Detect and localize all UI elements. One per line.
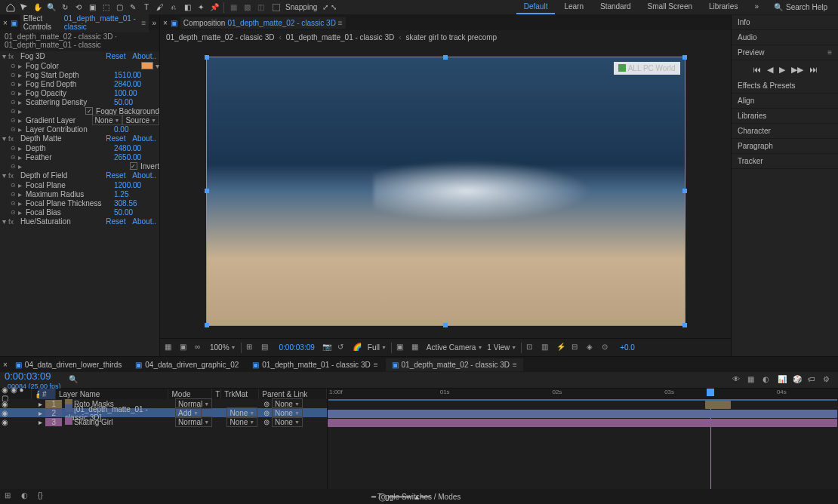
effect-property[interactable]: ⊙▸Scattering Density50.00 [0, 97, 159, 106]
fast-preview-icon[interactable]: ⚡ [556, 343, 567, 353]
close-icon[interactable]: × [3, 19, 8, 27]
col-layer-name[interactable]: Layer Name [56, 389, 169, 399]
snapshot-icon[interactable]: 📷 [322, 343, 333, 353]
handle-tr[interactable] [682, 55, 687, 60]
tl-tab-active[interactable]: ▣01_depth_matte_02 - classic 3D≡ [386, 358, 523, 371]
resolution-dropdown[interactable]: Full▼ [368, 343, 387, 352]
effect-header[interactable]: ▾fxDepth MatteResetAbout.. [0, 134, 159, 143]
effect-property[interactable]: ⊙▸Fog End Depth2840.00 [0, 79, 159, 88]
render-icon[interactable]: ⚙ [823, 375, 833, 386]
ws-more[interactable]: » [747, 0, 766, 14]
view-dropdown[interactable]: 1 View▼ [487, 343, 516, 352]
layer-bar[interactable] [705, 401, 731, 409]
flowchart-icon[interactable]: ◈ [587, 343, 597, 353]
snapping-checkbox[interactable] [273, 4, 280, 11]
shy-icon[interactable]: 👁 [732, 375, 743, 386]
rp-preview[interactable]: Preview≡ [732, 45, 838, 60]
effect-property[interactable]: ⊙▸Focal Plane Thickness308.56 [0, 198, 159, 207]
shape-tool-icon[interactable]: ▢ [113, 2, 125, 14]
first-frame-icon[interactable]: ⏮ [753, 65, 761, 74]
3d-icon[interactable]: ∞ [195, 343, 205, 353]
hand-tool-icon[interactable]: ✋ [32, 2, 44, 14]
handle-bl[interactable] [205, 323, 209, 327]
mesh2-icon[interactable]: ▩ [241, 2, 253, 14]
mesh-icon[interactable]: ▦ [227, 2, 239, 14]
effect-property[interactable]: ⊙▸Gradient LayerNone ▼ Source ▼ [0, 115, 159, 124]
rp-info[interactable]: Info [732, 15, 838, 30]
roto-tool-icon[interactable]: ✦ [195, 2, 207, 14]
last-frame-icon[interactable]: ⏭ [809, 65, 818, 74]
breadcrumb-item[interactable]: 01_depth_matte_02 - classic 3D [166, 33, 274, 41]
col-parent[interactable]: Parent & Link [259, 389, 327, 399]
play-icon[interactable]: ▶ [779, 65, 785, 75]
breadcrumb-item[interactable]: 01_depth_matte_01 - classic 3D [286, 33, 394, 41]
close-icon[interactable]: × [163, 19, 168, 27]
zoom-tool-icon[interactable]: 🔍 [45, 2, 57, 14]
current-time[interactable]: 0:00:03:09 [5, 370, 51, 382]
effect-property[interactable]: ⊙▸Fog Start Depth1510.00 [0, 70, 159, 79]
handle-bm[interactable] [443, 323, 448, 327]
handle-rm[interactable] [682, 189, 687, 193]
camera-tool-icon[interactable]: ▣ [86, 2, 98, 14]
snapping-toggle[interactable]: Snapping ⤢⤡ [268, 3, 341, 11]
timeline-track-area[interactable]: 1:00f 01s 02s 03s 04s [328, 389, 838, 489]
ws-default[interactable]: Default [516, 0, 556, 14]
res-icon[interactable]: ⊞ [246, 343, 257, 353]
playhead[interactable] [707, 389, 714, 396]
exposure-value[interactable]: +0.0 [617, 343, 638, 352]
effect-property[interactable]: ⊙▸Layer Contribution0.00 [0, 124, 159, 134]
effect-property[interactable]: ⊙▸Depth2480.00 [0, 143, 159, 152]
clone-tool-icon[interactable]: ⎌ [168, 2, 180, 14]
current-time[interactable]: 0:00:03:09 [276, 343, 318, 352]
puppet-tool-icon[interactable]: 📌 [208, 2, 220, 14]
ws-learn[interactable]: Learn [556, 0, 591, 14]
rp-libraries[interactable]: Libraries [732, 109, 838, 124]
selection-tool-icon[interactable] [18, 2, 30, 14]
graph-icon[interactable]: 📊 [778, 375, 788, 386]
effect-header[interactable]: ▾fxDepth of FieldResetAbout.. [0, 171, 159, 180]
effect-property[interactable]: ⊙▸Fog Color▾ [0, 61, 159, 70]
camera-dropdown[interactable]: Active Camera▼ [427, 343, 483, 352]
footer-icon[interactable]: ◐ [21, 491, 32, 502]
comp-frame[interactable]: ALL PC World [206, 57, 685, 326]
rp-effects-presets[interactable]: Effects & Presets [732, 78, 838, 94]
motion-blur-icon[interactable]: ◐ [763, 375, 773, 386]
effect-controls-tab[interactable]: Effect Controls 01_depth_matte_01 - clas… [20, 13, 149, 32]
effect-property[interactable]: ⊙▸Focal Plane1200.00 [0, 180, 159, 189]
transparency-icon[interactable]: ▦ [411, 343, 422, 353]
search-icon[interactable]: 🔍 [69, 375, 79, 386]
prev-frame-icon[interactable]: ◀ [767, 65, 773, 75]
zoom-dropdown[interactable]: 100%▼ [210, 343, 236, 352]
orbit-tool-icon[interactable]: ↻ [59, 2, 71, 14]
frame-blend-icon[interactable]: ▦ [747, 375, 758, 386]
composition-tab[interactable]: Composition 01_depth_matte_02 - classic … [180, 17, 346, 29]
composition-viewer[interactable]: ALL PC World [160, 44, 731, 338]
close-icon[interactable]: × [3, 361, 8, 369]
channel-icon[interactable]: 🌈 [353, 343, 363, 353]
footer-icon[interactable]: {} [38, 491, 48, 502]
view-opts-icon[interactable]: ⊡ [526, 343, 537, 353]
handle-br[interactable] [682, 323, 687, 327]
timeline-icon[interactable]: ⊟ [572, 343, 582, 353]
eraser-tool-icon[interactable]: ◧ [181, 2, 193, 14]
rotation-tool-icon[interactable]: ⟲ [72, 2, 85, 14]
ws-small[interactable]: Small Screen [640, 0, 700, 14]
panel-menu-icon[interactable]: » [152, 19, 156, 27]
col-trkmat[interactable]: TrkMat [221, 389, 259, 399]
handle-tl[interactable] [205, 55, 209, 60]
effect-property[interactable]: ⊙▸Focal Bias50.00 [0, 207, 159, 217]
layer-bar[interactable] [328, 410, 837, 418]
breadcrumb-item[interactable]: skater girl to track precomp [406, 33, 498, 41]
brush-tool-icon[interactable]: 🖌 [154, 2, 166, 14]
tag-icon[interactable]: 🏷 [808, 375, 818, 386]
grid-icon[interactable]: ▤ [261, 343, 272, 353]
ws-standard[interactable]: Standard [593, 0, 639, 14]
col-mode[interactable]: Mode [168, 389, 212, 399]
effect-header[interactable]: ▾fxFog 3DResetAbout.. [0, 51, 159, 61]
footer-icon[interactable]: ⊞ [5, 491, 15, 502]
effect-header[interactable]: ▾fxHue/SaturationResetAbout.. [0, 217, 159, 226]
tl-tab[interactable]: ▣04_data_driven_graphic_02 [129, 358, 245, 371]
timeline-layer[interactable]: ◉▸3Skating GirlNormal ▼None ▼⊚ None ▼ [0, 417, 327, 426]
exposure-reset-icon[interactable]: ⊙ [602, 343, 612, 353]
tl-tab[interactable]: ▣01_depth_matte_01 - classic 3D≡ [246, 358, 384, 371]
